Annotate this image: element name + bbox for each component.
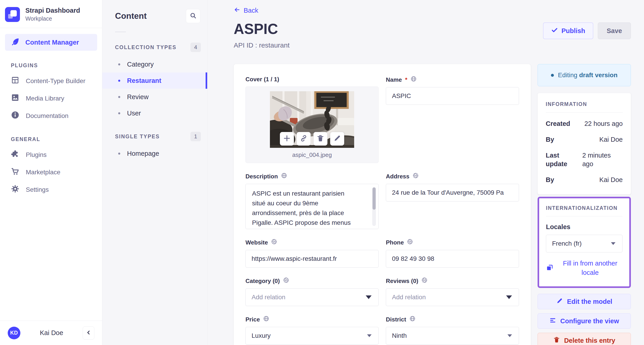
locale-select[interactable]: French (fr) bbox=[546, 235, 622, 252]
subnav-item-review[interactable]: Review bbox=[102, 89, 207, 105]
bullet-icon bbox=[118, 112, 120, 114]
group-single-types: SINGLE TYPES 1 Homepage bbox=[102, 132, 207, 162]
workspace-brand[interactable]: Strapi Dashboard Workplace bbox=[0, 0, 102, 28]
subnav-item-label: User bbox=[127, 110, 141, 117]
right-panel: Editing draft version INFORMATION Create… bbox=[538, 64, 631, 345]
field-phone: Phone bbox=[386, 238, 519, 268]
copy-link-button[interactable] bbox=[297, 132, 311, 146]
info-value: Kai Doe bbox=[600, 176, 623, 184]
count-badge: 1 bbox=[190, 132, 201, 141]
bullet-icon bbox=[118, 80, 120, 82]
fill-link-label: Fill in from another locale bbox=[558, 259, 622, 277]
bullet-icon bbox=[118, 64, 120, 66]
description-textarea[interactable]: ASPIC est un restaurant parisien situé a… bbox=[246, 184, 378, 229]
select-value: Ninth bbox=[392, 332, 407, 339]
chevron-left-icon bbox=[85, 329, 92, 337]
info-value: 2 minutes ago bbox=[582, 151, 623, 168]
subnav-item-restaurant[interactable]: Restaurant bbox=[102, 72, 207, 89]
search-button[interactable] bbox=[186, 9, 200, 23]
cover-actions bbox=[280, 132, 344, 146]
cart-icon bbox=[11, 167, 20, 177]
panel-divider bbox=[546, 216, 622, 216]
strapi-logo bbox=[5, 7, 20, 22]
workspace-subtitle: Workplace bbox=[25, 16, 80, 22]
website-input[interactable] bbox=[246, 250, 378, 268]
check-icon bbox=[551, 27, 558, 35]
sidebar-divider bbox=[0, 28, 102, 28]
info-row-last-update: Last update 2 minutes ago bbox=[546, 151, 623, 168]
field-category: Category (0) Add relation bbox=[246, 277, 378, 306]
field-label: Website bbox=[246, 239, 268, 246]
info-label: Last update bbox=[546, 151, 582, 168]
panel-divider bbox=[546, 112, 623, 112]
globe-striked-icon bbox=[283, 277, 289, 285]
chevron-down-icon bbox=[367, 334, 372, 337]
field-website: Website bbox=[246, 238, 378, 268]
back-link[interactable]: Back bbox=[234, 6, 258, 15]
group-collection-types: COLLECTION TYPES 4 Category Restaurant R… bbox=[102, 42, 207, 121]
address-input[interactable] bbox=[386, 184, 519, 202]
back-label: Back bbox=[244, 7, 258, 14]
fill-from-locale-link[interactable]: Fill in from another locale bbox=[546, 259, 622, 277]
delete-entry-button[interactable]: Delete this entry bbox=[538, 333, 631, 345]
sidebar-item-content-manager[interactable]: Content Manager bbox=[5, 34, 97, 51]
workspace-title: Strapi Dashboard bbox=[25, 7, 80, 14]
sidebar-item-label: Settings bbox=[26, 186, 49, 193]
sidebar-item-label: Plugins bbox=[26, 151, 47, 158]
field-label: Category (0) bbox=[246, 278, 280, 284]
edit-model-button[interactable]: Edit the model bbox=[538, 294, 631, 309]
subnav-item-homepage[interactable]: Homepage bbox=[102, 145, 207, 162]
chevron-down-icon bbox=[611, 242, 616, 245]
sidebar-item-media-library[interactable]: Media Library bbox=[0, 90, 102, 107]
field-reviews: Reviews (0) Add relation bbox=[386, 277, 519, 306]
page-title: ASPIC bbox=[234, 20, 290, 37]
subnav-item-category[interactable]: Category bbox=[102, 56, 207, 72]
subnav-item-user[interactable]: User bbox=[102, 105, 207, 121]
field-label: Address bbox=[386, 173, 410, 180]
field-label: Phone bbox=[386, 239, 404, 246]
price-select[interactable]: Luxury bbox=[246, 327, 378, 344]
bullet-icon bbox=[118, 152, 120, 154]
field-description: Description ASPIC est un restaurant pari… bbox=[246, 172, 378, 229]
avatar[interactable]: KD bbox=[8, 327, 20, 339]
sidebar-item-label: Content-Type Builder bbox=[26, 78, 85, 85]
link-icon bbox=[300, 134, 308, 143]
sidebar-item-marketplace[interactable]: Marketplace bbox=[0, 164, 102, 181]
globe-striked-icon bbox=[407, 238, 413, 246]
sidebar-item-documentation[interactable]: Documentation bbox=[0, 107, 102, 124]
api-id-subtitle: API ID : restaurant bbox=[234, 42, 290, 49]
globe-striked-icon bbox=[422, 277, 428, 285]
sidebar-item-content-type-builder[interactable]: Content-Type Builder bbox=[0, 72, 102, 90]
subnav-item-label: Review bbox=[127, 93, 148, 101]
required-mark: * bbox=[405, 76, 407, 83]
sidebar-item-label: Marketplace bbox=[26, 169, 60, 176]
category-relation-select[interactable]: Add relation bbox=[246, 288, 378, 306]
cover-filename: aspic_004.jpeg bbox=[292, 152, 332, 158]
sidebar-item-plugins[interactable]: Plugins bbox=[0, 146, 102, 164]
scrollbar-track[interactable] bbox=[372, 187, 376, 226]
select-value: French (fr) bbox=[552, 240, 582, 247]
group-heading: SINGLE TYPES bbox=[115, 134, 160, 140]
image-icon bbox=[11, 93, 20, 104]
add-media-button[interactable] bbox=[280, 132, 294, 146]
info-label: Created bbox=[546, 119, 570, 128]
name-input[interactable] bbox=[386, 87, 519, 105]
save-button[interactable]: Save bbox=[598, 22, 631, 39]
district-select[interactable]: Ninth bbox=[386, 327, 519, 344]
scrollbar-thumb[interactable] bbox=[372, 188, 376, 210]
info-value: 22 hours ago bbox=[584, 119, 623, 128]
trash-icon bbox=[316, 134, 324, 143]
user-row: KD Kai Doe bbox=[0, 320, 102, 345]
collapse-sidebar-button[interactable] bbox=[83, 326, 94, 340]
configure-view-button[interactable]: Configure the view bbox=[538, 313, 631, 329]
publish-label: Publish bbox=[562, 27, 585, 35]
reviews-relation-select[interactable]: Add relation bbox=[386, 288, 519, 306]
internationalization-title: INTERNATIONALIZATION bbox=[546, 205, 622, 211]
edit-media-button[interactable] bbox=[330, 132, 344, 146]
publish-button[interactable]: Publish bbox=[543, 22, 594, 39]
phone-input[interactable] bbox=[386, 250, 519, 268]
info-value: Kai Doe bbox=[600, 135, 623, 144]
sidebar-item-settings[interactable]: Settings bbox=[0, 181, 102, 198]
gear-icon bbox=[11, 184, 20, 195]
delete-media-button[interactable] bbox=[314, 132, 328, 146]
